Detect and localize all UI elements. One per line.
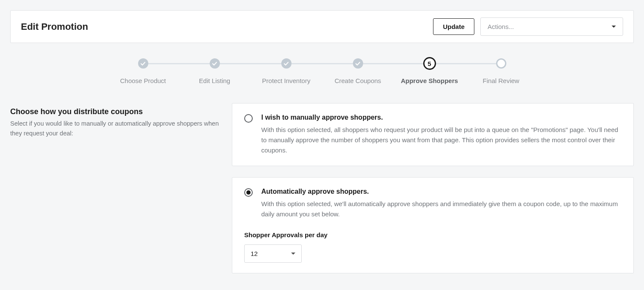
approvals-value: 12 [251, 250, 258, 257]
check-icon [281, 58, 292, 69]
approvals-per-day-dropdown[interactable]: 12 [244, 244, 302, 263]
approvals-section: Shopper Approvals per day 12 [244, 231, 621, 263]
step-label: Choose Product [120, 77, 166, 84]
update-button[interactable]: Update [433, 18, 474, 35]
check-icon [210, 58, 220, 69]
option-manual-description: With this option selected, all shoppers … [261, 125, 621, 155]
page-title: Edit Promotion [21, 21, 88, 32]
section-title: Choose how you distribute coupons [10, 107, 219, 116]
step-final-review[interactable]: Final Review [467, 58, 535, 84]
section-intro: Choose how you distribute coupons Select… [10, 103, 219, 138]
approvals-label: Shopper Approvals per day [244, 231, 621, 238]
options-pane: I wish to manually approve shoppers. Wit… [232, 103, 634, 273]
step-label: Create Coupons [335, 77, 381, 84]
step-protect-inventory[interactable]: Protect Inventory [252, 58, 321, 84]
chevron-down-icon [291, 253, 295, 255]
section-description: Select if you would like to manually or … [10, 119, 219, 138]
radio-auto[interactable] [244, 188, 253, 197]
header-bar: Edit Promotion Update Actions... [10, 10, 634, 43]
step-label: Approve Shoppers [401, 77, 458, 84]
check-icon [138, 58, 148, 69]
content-row: Choose how you distribute coupons Select… [10, 103, 634, 273]
option-auto-title: Automatically approve shoppers. [261, 188, 621, 195]
step-choose-product[interactable]: Choose Product [109, 58, 177, 84]
check-icon [353, 58, 363, 69]
progress-stepper: Choose Product Edit Listing Protect Inve… [109, 58, 535, 84]
step-number: 5 [423, 57, 436, 70]
chevron-down-icon [612, 26, 616, 28]
header-actions: Update Actions... [433, 17, 623, 36]
option-manual-card: I wish to manually approve shoppers. Wit… [232, 103, 634, 166]
step-label: Edit Listing [199, 77, 230, 84]
actions-dropdown[interactable]: Actions... [480, 17, 623, 36]
option-manual-title: I wish to manually approve shoppers. [261, 114, 621, 121]
step-create-coupons[interactable]: Create Coupons [324, 58, 392, 84]
step-pending-icon [496, 58, 506, 69]
option-auto-description: With this option selected, we'll automat… [261, 199, 621, 219]
option-auto-card: Automatically approve shoppers. With thi… [232, 177, 634, 273]
step-label: Protect Inventory [262, 77, 310, 84]
step-label: Final Review [483, 77, 520, 84]
actions-placeholder: Actions... [488, 23, 514, 30]
step-edit-listing[interactable]: Edit Listing [181, 58, 249, 84]
radio-manual[interactable] [244, 114, 253, 123]
step-approve-shoppers[interactable]: 5 Approve Shoppers [396, 58, 464, 84]
